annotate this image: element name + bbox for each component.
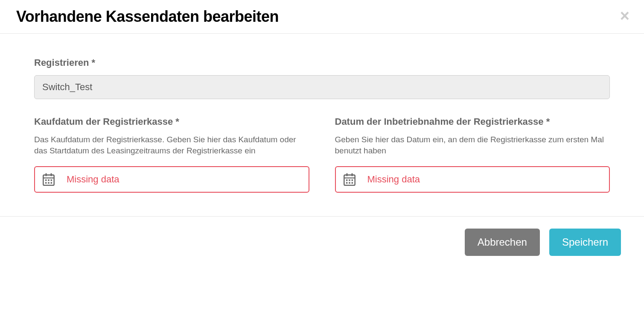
calendar-icon (344, 173, 356, 186)
calendar-icon (43, 173, 55, 186)
commissioning-date-input[interactable]: Missing data (335, 166, 610, 193)
svg-rect-16 (351, 179, 353, 181)
register-label: Registrieren * (34, 57, 610, 68)
svg-rect-1 (46, 173, 47, 176)
close-button[interactable]: × (618, 8, 632, 24)
save-button[interactable]: Speichern (549, 229, 621, 256)
commissioning-date-help: Geben Sie hier das Datum ein, an dem die… (335, 134, 610, 156)
svg-rect-5 (48, 179, 49, 181)
register-field-group: Registrieren * (34, 57, 610, 99)
modal-header: Vorhandene Kassendaten bearbeiten × (0, 0, 644, 34)
svg-rect-7 (45, 182, 47, 184)
close-icon: × (620, 7, 629, 25)
commissioning-date-placeholder: Missing data (367, 174, 420, 185)
svg-rect-4 (45, 179, 47, 181)
svg-rect-17 (346, 182, 347, 184)
modal-body: Registrieren * Kaufdatum der Registrierk… (0, 34, 644, 216)
svg-rect-18 (349, 182, 350, 184)
commissioning-date-column: Datum der Inbetriebnahme der Registrierk… (335, 116, 610, 193)
purchase-date-help: Das Kaufdatum der Registrierkasse. Geben… (34, 134, 309, 156)
svg-rect-11 (346, 173, 347, 176)
svg-rect-9 (51, 182, 52, 184)
date-fields-row: Kaufdatum der Registrierkasse * Das Kauf… (34, 116, 610, 193)
purchase-date-column: Kaufdatum der Registrierkasse * Das Kauf… (34, 116, 309, 193)
svg-rect-12 (351, 173, 353, 176)
purchase-date-label: Kaufdatum der Registrierkasse * (34, 116, 309, 127)
svg-rect-14 (346, 179, 347, 181)
modal-title: Vorhandene Kassendaten bearbeiten (16, 8, 279, 26)
cancel-button[interactable]: Abbrechen (465, 229, 540, 256)
purchase-date-input[interactable]: Missing data (34, 166, 309, 193)
svg-rect-6 (51, 179, 52, 181)
svg-rect-8 (48, 182, 49, 184)
modal-footer: Abbrechen Speichern (0, 216, 644, 260)
svg-rect-2 (51, 173, 52, 176)
svg-rect-15 (349, 179, 350, 181)
commissioning-date-label: Datum der Inbetriebnahme der Registrierk… (335, 116, 610, 127)
register-input (34, 75, 610, 99)
svg-rect-19 (351, 182, 353, 184)
purchase-date-placeholder: Missing data (67, 174, 119, 185)
